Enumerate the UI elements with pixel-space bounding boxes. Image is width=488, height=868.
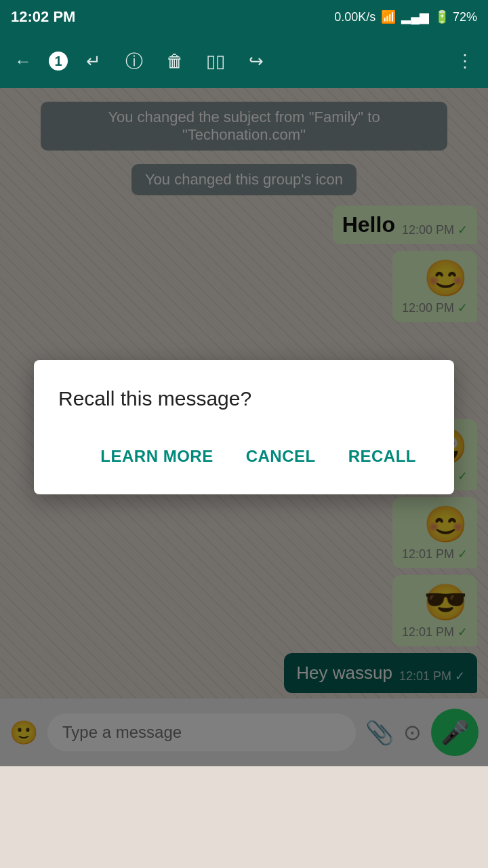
wifi-icon: 📶 <box>381 9 396 24</box>
status-time: 12:02 PM <box>11 8 75 26</box>
forward-icon[interactable]: ↪ <box>241 46 271 76</box>
dialog-title: Recall this message? <box>58 387 430 410</box>
learn-more-button[interactable]: LEARN MORE <box>87 437 226 475</box>
time-display: 12:02 PM <box>11 8 75 26</box>
network-speed: 0.00K/s <box>334 10 375 24</box>
reply-icon[interactable]: ↵ <box>79 46 108 76</box>
recall-button[interactable]: RECALL <box>335 437 430 475</box>
status-icons: 0.00K/s 📶 ▂▄▆ 🔋 72% <box>334 9 477 24</box>
info-icon[interactable]: ⓘ <box>119 46 149 76</box>
more-icon[interactable]: ⋮ <box>450 46 480 76</box>
chat-area: You changed the subject from "Family" to… <box>0 88 488 766</box>
back-button[interactable]: ← <box>8 46 38 76</box>
toolbar: ← 1 ↵ ⓘ 🗑 ▯▯ ↪ ⋮ <box>0 34 488 88</box>
dialog-overlay: Recall this message? LEARN MORE CANCEL R… <box>0 88 488 766</box>
battery-icon: 🔋 72% <box>434 9 477 24</box>
copy-icon[interactable]: ▯▯ <box>201 46 230 76</box>
recall-dialog: Recall this message? LEARN MORE CANCEL R… <box>34 360 454 494</box>
delete-icon[interactable]: 🗑 <box>160 46 190 76</box>
dialog-buttons: LEARN MORE CANCEL RECALL <box>58 437 430 475</box>
selected-count: 1 <box>49 52 68 71</box>
cancel-button[interactable]: CANCEL <box>232 437 329 475</box>
signal-icon: ▂▄▆ <box>401 9 429 24</box>
status-bar: 12:02 PM 0.00K/s 📶 ▂▄▆ 🔋 72% <box>0 0 488 34</box>
